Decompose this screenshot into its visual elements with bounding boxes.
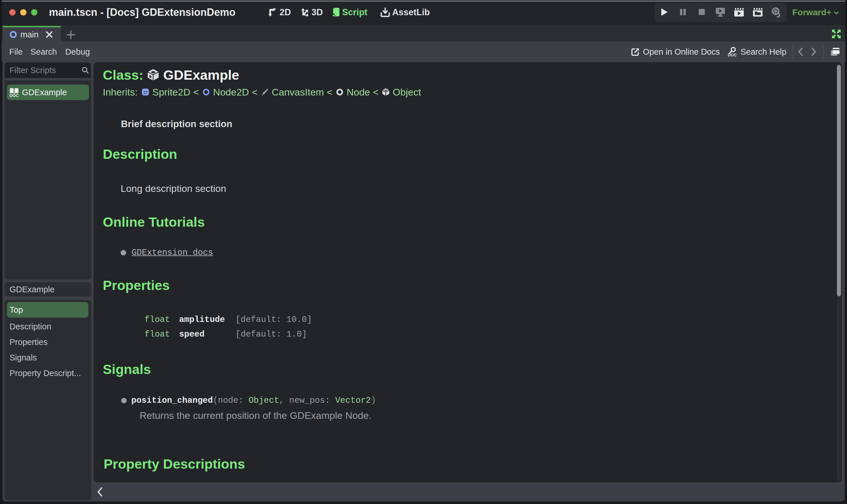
svg-text:DOC: DOC xyxy=(10,93,19,97)
svg-text:DOC: DOC xyxy=(728,53,737,57)
